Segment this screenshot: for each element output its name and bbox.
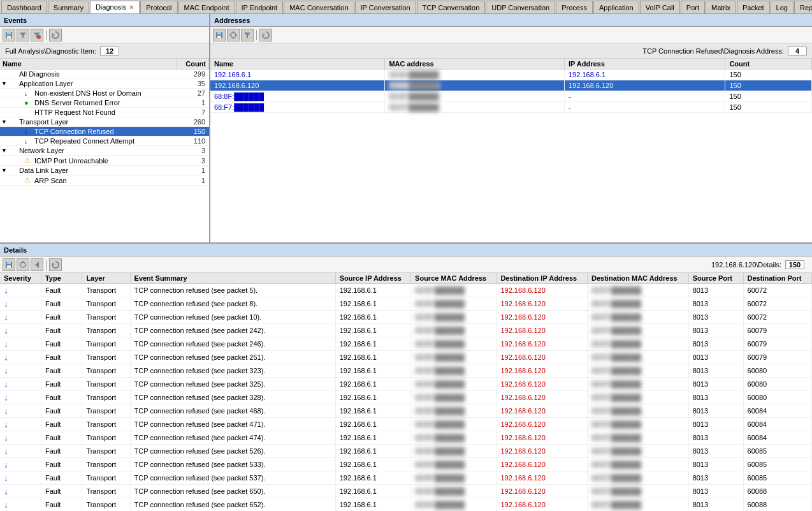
tab-log[interactable]: Log <box>771 1 794 13</box>
details-row[interactable]: ↓ Fault Transport TCP connection refused… <box>0 324 812 337</box>
col-severity[interactable]: Severity <box>0 273 41 284</box>
details-row[interactable]: ↓ Fault Transport TCP connection refused… <box>0 337 812 351</box>
det-prev-btn[interactable] <box>31 258 43 271</box>
expand-icon[interactable]: ▼ <box>1 119 9 125</box>
col-layer[interactable]: Layer <box>82 273 130 284</box>
det-dst-port: 60072 <box>743 284 811 297</box>
tree-item-dns-host[interactable]: ↓Non-existent DNS Host or Domain27 <box>0 89 209 98</box>
severity-icon: ↓ <box>4 379 8 389</box>
det-severity: ↓ <box>0 311 41 324</box>
details-row[interactable]: ↓ Fault Transport TCP connection refused… <box>0 471 812 485</box>
det-summary: TCP connection refused (see packet 652). <box>130 498 335 512</box>
tree-item-app[interactable]: ▼Application Layer35 <box>0 79 209 89</box>
details-row[interactable]: ↓ Fault Transport TCP connection refused… <box>0 284 812 297</box>
details-row[interactable]: ↓ Fault Transport TCP connection refused… <box>0 364 812 378</box>
addr-row[interactable]: 68:F7:██████ 68:F7:██████ - 150 <box>210 102 812 113</box>
severity-icon: ↓ <box>4 299 8 309</box>
tab-ip-conversation[interactable]: IP Conversation <box>355 1 416 13</box>
filter-btn[interactable] <box>17 29 29 41</box>
details-row[interactable]: ↓ Fault Transport TCP connection refused… <box>0 378 812 391</box>
addr-row[interactable]: 192.168.6.1 68:8F:██████ 192.168.6.1 150 <box>210 70 812 80</box>
col-src-ip[interactable]: Source IP Address <box>335 273 410 284</box>
col-ip[interactable]: IP Address <box>565 59 725 70</box>
details-row[interactable]: ↓ Fault Transport TCP connection refused… <box>0 391 812 404</box>
det-summary: TCP connection refused (see packet 8). <box>130 297 335 311</box>
tab-protocol[interactable]: Protocol <box>140 1 177 13</box>
tab-report[interactable]: Report <box>794 1 812 13</box>
tree-item-datalink[interactable]: ▼Data Link Layer1 <box>0 166 209 175</box>
det-layer: Transport <box>82 351 130 364</box>
expand-icon[interactable]: ▼ <box>1 167 9 174</box>
tab-application[interactable]: Application <box>593 1 639 13</box>
tab-mac-conversation[interactable]: MAC Conversation <box>284 1 354 13</box>
det-src-port: 8013 <box>688 378 743 391</box>
tree-item-network[interactable]: ▼Network Layer3 <box>0 146 209 156</box>
det-save-btn[interactable] <box>3 258 15 271</box>
addr-row[interactable]: 68:8F:██████ 68:8F:██████ - 150 <box>210 91 812 102</box>
col-addr-name[interactable]: Name <box>210 59 385 70</box>
tree-item-dns-error[interactable]: ●DNS Server Returned Error1 <box>0 98 209 108</box>
tab-matrix[interactable]: Matrix <box>706 1 736 13</box>
det-dst-ip: 192.168.6.120 <box>497 337 588 351</box>
events-toolbar <box>0 27 209 43</box>
tab-voip-call[interactable]: VoIP Call <box>640 1 680 13</box>
details-row[interactable]: ↓ Fault Transport TCP connection refused… <box>0 404 812 418</box>
addr-refresh-btn[interactable] <box>259 29 272 41</box>
save-btn[interactable] <box>3 29 15 41</box>
details-row[interactable]: ↓ Fault Transport TCP connection refused… <box>0 498 812 512</box>
addr-locate-btn[interactable] <box>227 29 240 41</box>
det-dst-mac: 68:F7:██████ <box>588 351 689 364</box>
refresh-btn[interactable] <box>49 29 62 41</box>
tree-item-icmp[interactable]: ⚠ICMP Port Unreachable3 <box>0 156 209 166</box>
col-type[interactable]: Type <box>41 273 82 284</box>
col-src-port[interactable]: Source Port <box>688 273 743 284</box>
addr-filter-btn[interactable] <box>241 29 254 41</box>
details-row[interactable]: ↓ Fault Transport TCP connection refused… <box>0 311 812 324</box>
addr-save-btn[interactable] <box>213 29 226 41</box>
tab-diagnosis[interactable]: Diagnosis ✕ <box>90 1 140 13</box>
tab-packet[interactable]: Packet <box>737 1 770 13</box>
det-dst-port: 60084 <box>743 404 811 418</box>
tab-summary[interactable]: Summary <box>48 1 89 13</box>
details-row[interactable]: ↓ Fault Transport TCP connection refused… <box>0 418 812 431</box>
expand-icon[interactable]: ▼ <box>1 147 9 154</box>
addr-row[interactable]: 192.168.6.120 68:F7:██████ 192.168.6.120… <box>210 80 812 91</box>
tab-process[interactable]: Process <box>556 1 593 13</box>
det-refresh-btn[interactable] <box>49 258 62 271</box>
col-src-mac[interactable]: Source MAC Address <box>411 273 497 284</box>
tab-ip-endpoint[interactable]: IP Endpoint <box>236 1 284 13</box>
filter2-btn[interactable] <box>31 29 43 41</box>
details-row[interactable]: ↓ Fault Transport TCP connection refused… <box>0 458 812 471</box>
details-row[interactable]: ↓ Fault Transport TCP connection refused… <box>0 485 812 498</box>
tab-dashboard[interactable]: Dashboard <box>1 1 47 13</box>
col-mac[interactable]: MAC address <box>385 59 565 70</box>
details-row[interactable]: ↓ Fault Transport TCP connection refused… <box>0 445 812 458</box>
tree-count: 35 <box>189 80 208 87</box>
det-locate-btn[interactable] <box>17 258 29 271</box>
tree-item-tcp-repeat[interactable]: ↓TCP Repeated Connect Attempt110 <box>0 137 209 146</box>
det-src-ip: 192.168.6.1 <box>335 391 410 404</box>
det-src-ip: 192.168.6.1 <box>335 284 410 297</box>
close-diagnosis-tab[interactable]: ✕ <box>129 4 134 11</box>
details-row[interactable]: ↓ Fault Transport TCP connection refused… <box>0 351 812 364</box>
tab-mac-endpoint[interactable]: MAC Endpoint <box>178 1 235 13</box>
expand-icon[interactable]: ▼ <box>1 80 9 87</box>
col-addr-count[interactable]: Count <box>725 59 812 70</box>
col-summary[interactable]: Event Summary <box>130 273 335 284</box>
col-dst-port[interactable]: Destination Port <box>743 273 811 284</box>
tree-item-arp[interactable]: ⚠ARP Scan1 <box>0 175 209 186</box>
tree-item-transport[interactable]: ▼Transport Layer260 <box>0 117 209 127</box>
col-dst-ip[interactable]: Destination IP Address <box>497 273 588 284</box>
det-src-ip: 192.168.6.1 <box>335 311 410 324</box>
det-type: Fault <box>41 431 82 445</box>
details-row[interactable]: ↓ Fault Transport TCP connection refused… <box>0 431 812 445</box>
tab-tcp-conversation[interactable]: TCP Conversation <box>417 1 486 13</box>
tab-port[interactable]: Port <box>681 1 705 13</box>
details-row[interactable]: ↓ Fault Transport TCP connection refused… <box>0 297 812 311</box>
det-src-port: 8013 <box>688 284 743 297</box>
tree-item-all[interactable]: All Diagnosis299 <box>0 70 209 79</box>
tree-item-tcp-refused[interactable]: ↓TCP Connection Refused150 <box>0 127 209 137</box>
col-dst-mac[interactable]: Destination MAC Address <box>588 273 689 284</box>
tree-item-http-404[interactable]: HTTP Request Not Found7 <box>0 108 209 117</box>
tab-udp-conversation[interactable]: UDP Conversation <box>486 1 555 13</box>
